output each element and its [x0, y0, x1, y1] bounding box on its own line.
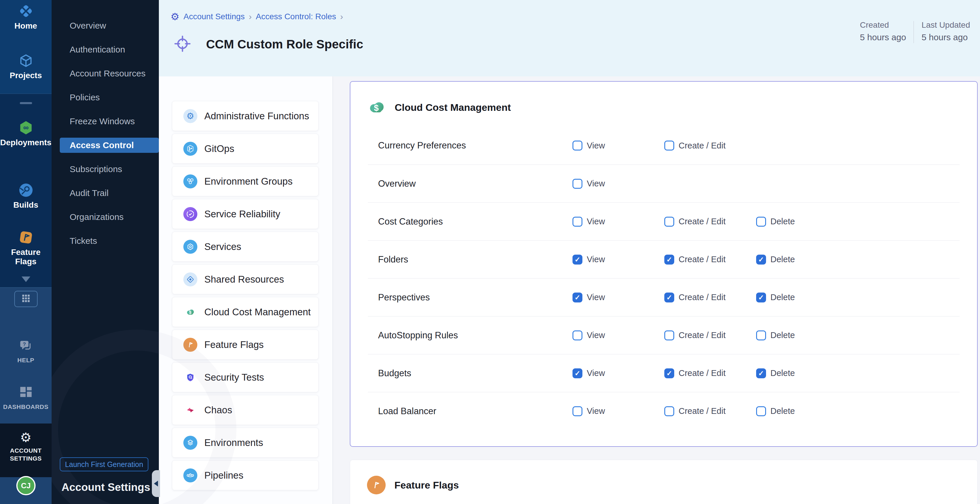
rail-item-deployments[interactable]: ∞ Deployments: [0, 120, 52, 147]
sidebar-item-overview[interactable]: Overview: [52, 14, 159, 38]
last-updated-label: Last Updated: [921, 19, 970, 31]
cloud-dollar-icon: $: [183, 305, 197, 319]
delete-checkbox[interactable]: [756, 217, 766, 226]
hex-group-icon: [183, 174, 197, 188]
rail-item-builds[interactable]: Builds: [0, 183, 52, 210]
breadcrumb-access-control-roles[interactable]: Access Control: Roles: [256, 12, 336, 21]
permission-resource-label: AutoStopping Rules: [378, 330, 573, 341]
created-value: 5 hours ago: [860, 31, 906, 44]
permission-cell: ✓Delete: [756, 255, 959, 265]
feature-flags-icon: [367, 476, 386, 494]
view-checkbox[interactable]: ✓: [573, 293, 582, 303]
resource-category-administrative-functions[interactable]: ⚙Administrative Functions: [172, 101, 318, 131]
created-label: Created: [860, 19, 906, 31]
page-header-band: ⚙ Account Settings › Access Control: Rol…: [159, 0, 980, 77]
rail-item-help[interactable]: ? HELP: [0, 338, 52, 364]
role-meta: Created 5 hours ago Last Updated 5 hours…: [852, 19, 978, 44]
svg-text:∞: ∞: [23, 123, 29, 132]
sidebar-item-tickets[interactable]: Tickets: [52, 229, 159, 253]
resource-category-services[interactable]: Services: [172, 231, 318, 262]
delete-checkbox[interactable]: ✓: [756, 368, 766, 378]
resource-category-cloud-cost-management[interactable]: $Cloud Cost Management: [172, 297, 318, 327]
sidebar-collapse-button[interactable]: [152, 470, 160, 497]
panel-title: Feature Flags: [395, 480, 459, 491]
resource-category-environment-groups[interactable]: Environment Groups: [172, 166, 318, 196]
gear-icon: ⚙: [170, 12, 179, 22]
delete-checkbox[interactable]: ✓: [756, 255, 766, 265]
permission-cell: Delete: [756, 406, 959, 416]
rail-item-profile[interactable]: CJ: [0, 476, 52, 495]
rail-item-label: Projects: [10, 71, 42, 80]
rail-item-home[interactable]: Home: [0, 3, 52, 30]
view-checkbox[interactable]: ✓: [573, 255, 582, 265]
checkbox-label: Create / Edit: [679, 141, 725, 150]
sidebar-item-audit-trail[interactable]: Audit Trail: [52, 181, 159, 205]
avatar[interactable]: CJ: [16, 476, 35, 495]
launch-first-generation-button[interactable]: Launch First Generation: [60, 457, 148, 471]
permission-cell: Delete: [756, 217, 959, 226]
create-edit-checkbox[interactable]: ✓: [664, 293, 674, 303]
rail-item-label: Deployments: [0, 138, 52, 147]
sidebar-item-account-resources[interactable]: Account Resources: [52, 62, 159, 85]
create-edit-checkbox[interactable]: ✓: [664, 368, 674, 378]
permission-resource-label: Folders: [378, 254, 573, 265]
sidebar-item-label: Freeze Windows: [52, 116, 135, 126]
feature-flags-permissions-panel: Feature Flags: [350, 460, 978, 504]
checkbox-label: Create / Edit: [679, 406, 725, 416]
delete-checkbox[interactable]: [756, 330, 766, 340]
permission-cell: ✓Create / Edit: [664, 368, 756, 378]
view-checkbox[interactable]: [573, 406, 582, 416]
rail-item-dashboards[interactable]: DASHBOARDS: [0, 385, 52, 411]
create-edit-checkbox[interactable]: [664, 330, 674, 340]
panel-title: Cloud Cost Management: [395, 102, 511, 113]
resource-category-service-reliability[interactable]: Service Reliability: [172, 199, 318, 229]
resource-category-gitops[interactable]: GitOps: [172, 134, 318, 164]
sidebar-item-access-control[interactable]: Access Control: [52, 133, 159, 157]
view-checkbox[interactable]: [573, 140, 582, 150]
sidebar-item-organizations[interactable]: Organizations: [52, 205, 159, 229]
rail-item-feature-flags[interactable]: Feature Flags: [0, 230, 52, 266]
permission-cell: ✓Create / Edit: [664, 255, 756, 265]
breadcrumb-account-settings[interactable]: Account Settings: [183, 12, 245, 21]
view-checkbox[interactable]: [573, 217, 582, 226]
sidebar-item-authentication[interactable]: Authentication: [52, 38, 159, 62]
view-checkbox[interactable]: [573, 179, 582, 189]
sidebar-footer-title: Account Settings: [62, 481, 150, 493]
sidebar-nav-list: OverviewAuthenticationAccount ResourcesP…: [52, 14, 159, 253]
cloud-cost-management-icon: $: [367, 98, 386, 116]
checkbox-label: Delete: [770, 368, 795, 378]
checkbox-label: Delete: [770, 293, 795, 302]
delete-checkbox[interactable]: [756, 406, 766, 416]
permission-cell: ✓Delete: [756, 293, 959, 303]
sidebar-item-label: Audit Trail: [52, 188, 108, 198]
ccm-permissions-panel: $ Cloud Cost Management Currency Prefere…: [350, 81, 978, 447]
sidebar-item-subscriptions[interactable]: Subscriptions: [52, 157, 159, 181]
content-area: ⚙ Account Settings › Access Control: Rol…: [159, 0, 980, 504]
sidebar-item-policies[interactable]: Policies: [52, 85, 159, 109]
checkbox-label: Delete: [770, 217, 795, 226]
create-edit-checkbox[interactable]: [664, 140, 674, 150]
sidebar-item-freeze-windows[interactable]: Freeze Windows: [52, 109, 159, 133]
rail-item-account-settings[interactable]: ⚙ ACCOUNT SETTINGS: [0, 431, 52, 462]
pie-check-icon: [183, 207, 197, 221]
checkbox-label: Create / Edit: [679, 293, 725, 302]
module-grid-button[interactable]: [14, 291, 38, 307]
view-checkbox[interactable]: [573, 330, 582, 340]
sidebar-item-label: Organizations: [52, 212, 124, 222]
delete-checkbox[interactable]: ✓: [756, 293, 766, 303]
permission-resource-label: Load Balancer: [378, 406, 573, 416]
create-edit-checkbox[interactable]: ✓: [664, 255, 674, 265]
module-rail: Home Projects ∞ Deployments Builds Featu…: [0, 0, 52, 504]
checkbox-label: View: [587, 179, 605, 188]
create-edit-checkbox[interactable]: [664, 217, 674, 226]
rail-divider-dash: [20, 102, 32, 104]
rail-item-label: HELP: [17, 356, 34, 364]
resource-category-shared-resources[interactable]: Shared Resources: [172, 264, 318, 294]
rail-item-label: Home: [14, 21, 37, 30]
resource-category-label: Shared Resources: [204, 274, 284, 285]
rail-item-projects[interactable]: Projects: [0, 53, 52, 80]
svg-text:$: $: [189, 310, 191, 314]
rail-more-modules-button[interactable]: [0, 276, 52, 282]
view-checkbox[interactable]: ✓: [573, 368, 582, 378]
create-edit-checkbox[interactable]: [664, 406, 674, 416]
